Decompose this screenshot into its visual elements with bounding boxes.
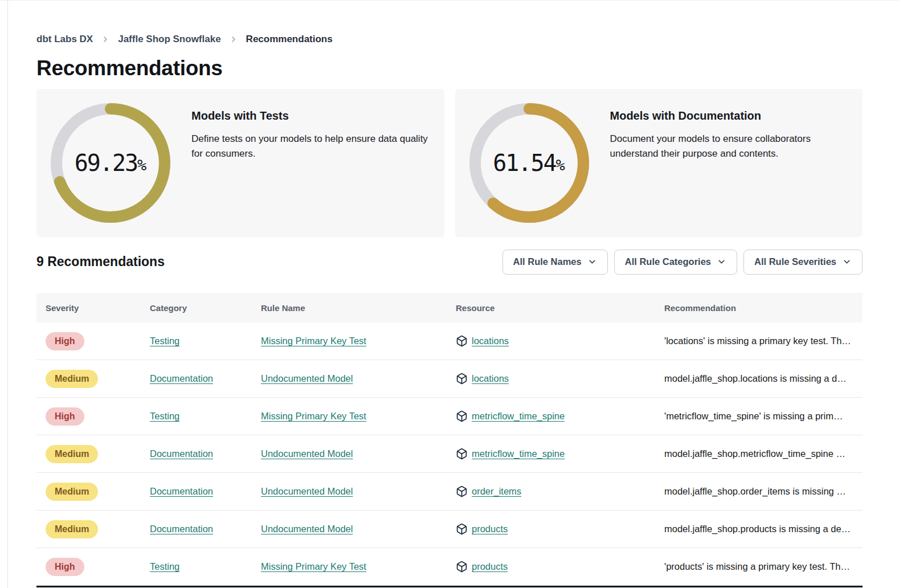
rule-name-link[interactable]: Undocumented Model — [261, 448, 353, 459]
severity-badge: Medium — [46, 445, 98, 463]
recommendation-cell: 'metricflow_time_spine' is missing a pri… — [655, 411, 863, 422]
severity-badge: High — [46, 558, 84, 576]
bottom-cutoff-bar — [36, 586, 863, 587]
metric-card-title: Models with Documentation — [610, 109, 824, 122]
table-row: Medium Documentation Undocumented Model … — [36, 435, 863, 473]
table-row: Medium Documentation Undocumented Model … — [36, 473, 863, 511]
severity-cell: Medium — [36, 483, 141, 501]
metric-card-description: Document your models to ensure collabora… — [610, 132, 824, 162]
table-header-row: Severity Category Rule Name Resource Rec… — [36, 293, 863, 322]
resource-cell: locations — [447, 373, 655, 385]
rule-name-link[interactable]: Missing Primary Key Test — [261, 561, 366, 571]
resource-link[interactable]: locations — [472, 373, 509, 384]
breadcrumb: dbt Labs DX Jaffle Shop Snowflake Recomm… — [36, 1, 863, 45]
chevron-right-icon — [101, 35, 110, 44]
model-box-icon — [456, 561, 468, 573]
tests-percentage-label: 69.23% — [50, 103, 171, 223]
rule-name-cell: Missing Primary Key Test — [252, 561, 447, 572]
tests-donut-chart: 69.23% — [50, 103, 171, 223]
recommendation-text: model.jaffle_shop.metricflow_time_spine … — [664, 448, 845, 459]
category-link[interactable]: Documentation — [150, 448, 213, 459]
category-link[interactable]: Documentation — [150, 486, 213, 496]
table-row: High Testing Missing Primary Key Test lo… — [36, 322, 863, 360]
model-box-icon — [456, 448, 468, 460]
column-header-recommendation: Recommendation — [655, 303, 863, 313]
rule-name-link[interactable]: Undocumented Model — [261, 524, 353, 534]
category-cell: Testing — [141, 561, 252, 572]
rule-name-link[interactable]: Missing Primary Key Test — [261, 336, 366, 346]
recommendation-cell: 'locations' is missing a primary key tes… — [655, 336, 863, 346]
severity-cell: Medium — [36, 445, 141, 463]
resource-link[interactable]: locations — [472, 336, 509, 346]
severity-cell: Medium — [36, 520, 141, 538]
resource-link[interactable]: products — [472, 561, 508, 572]
table-row: Medium Documentation Undocumented Model … — [36, 360, 863, 398]
model-box-icon — [456, 373, 468, 385]
model-box-icon — [456, 523, 468, 535]
rule-name-cell: Undocumented Model — [252, 486, 447, 497]
rule-name-link[interactable]: Undocumented Model — [261, 373, 353, 383]
resource-cell: products — [447, 561, 655, 573]
category-link[interactable]: Documentation — [150, 373, 213, 383]
recommendations-table: Severity Category Rule Name Resource Rec… — [36, 293, 863, 586]
rule-name-link[interactable]: Undocumented Model — [261, 486, 353, 496]
severity-badge: Medium — [46, 483, 98, 501]
metric-card-models-with-documentation: 61.54% Models with Documentation Documen… — [455, 89, 863, 237]
metric-card-title: Models with Tests — [191, 109, 431, 122]
breadcrumb-item-current: Recommendations — [246, 34, 333, 45]
category-cell: Documentation — [141, 486, 252, 497]
recommendation-text: model.jaffle_shop.products is missing a … — [664, 524, 851, 534]
recommendation-cell: model.jaffle_shop.locations is missing a… — [655, 373, 863, 384]
category-link[interactable]: Testing — [150, 411, 179, 421]
sidebar-edge-divider — [7, 1, 8, 588]
recommendations-count-heading: 9 Recommendations — [36, 254, 165, 270]
metric-card-description: Define tests on your models to help ensu… — [191, 132, 431, 162]
recommendation-cell: model.jaffle_shop.metricflow_time_spine … — [655, 448, 863, 459]
model-box-icon — [456, 410, 468, 422]
filter-bar: All Rule Names All Rule Categories All R… — [502, 250, 863, 275]
severity-badge: High — [46, 407, 84, 426]
breadcrumb-item-account[interactable]: dbt Labs DX — [36, 34, 93, 45]
category-link[interactable]: Testing — [150, 561, 179, 571]
metric-card-models-with-tests: 69.23% Models with Tests Define tests on… — [36, 89, 444, 237]
table-body: High Testing Missing Primary Key Test lo… — [36, 322, 863, 586]
documentation-percentage-label: 61.54% — [469, 103, 590, 223]
category-link[interactable]: Testing — [150, 336, 179, 346]
rule-name-cell: Undocumented Model — [252, 373, 447, 384]
chevron-down-icon — [587, 257, 597, 267]
chevron-right-icon — [229, 35, 238, 44]
recommendation-text: 'metricflow_time_spine' is missing a pri… — [664, 411, 843, 421]
category-cell: Documentation — [141, 448, 252, 459]
severity-cell: High — [36, 558, 141, 576]
resource-cell: order_items — [447, 485, 655, 497]
model-box-icon — [456, 485, 468, 497]
filter-label: All Rule Names — [513, 256, 582, 267]
metric-cards: 69.23% Models with Tests Define tests on… — [36, 89, 863, 237]
resource-link[interactable]: products — [472, 524, 508, 534]
table-row: High Testing Missing Primary Key Test pr… — [36, 548, 863, 586]
table-row: Medium Documentation Undocumented Model … — [36, 511, 863, 548]
rule-name-cell: Missing Primary Key Test — [252, 336, 447, 346]
resource-cell: products — [447, 523, 655, 535]
recommendation-text: 'products' is missing a primary key test… — [664, 561, 850, 571]
breadcrumb-item-project[interactable]: Jaffle Shop Snowflake — [118, 34, 220, 45]
resource-cell: metricflow_time_spine — [447, 410, 655, 422]
column-header-rule-name: Rule Name — [252, 303, 447, 313]
recommendation-text: 'locations' is missing a primary key tes… — [664, 336, 851, 346]
resource-link[interactable]: order_items — [472, 486, 521, 497]
resource-link[interactable]: metricflow_time_spine — [472, 411, 565, 422]
rule-name-cell: Undocumented Model — [252, 524, 447, 534]
rule-name-link[interactable]: Missing Primary Key Test — [261, 411, 366, 421]
filter-rule-severities-dropdown[interactable]: All Rule Severities — [743, 250, 863, 275]
severity-badge: Medium — [46, 520, 98, 538]
chevron-down-icon — [842, 257, 852, 267]
filter-rule-categories-dropdown[interactable]: All Rule Categories — [614, 250, 737, 275]
chevron-down-icon — [717, 257, 726, 267]
filter-label: All Rule Categories — [625, 256, 711, 267]
category-link[interactable]: Documentation — [150, 524, 213, 534]
column-header-resource: Resource — [447, 303, 655, 313]
filter-rule-names-dropdown[interactable]: All Rule Names — [502, 250, 608, 275]
category-cell: Testing — [141, 411, 252, 422]
resource-link[interactable]: metricflow_time_spine — [472, 448, 565, 459]
recommendation-text: model.jaffle_shop.locations is missing a… — [664, 373, 847, 383]
